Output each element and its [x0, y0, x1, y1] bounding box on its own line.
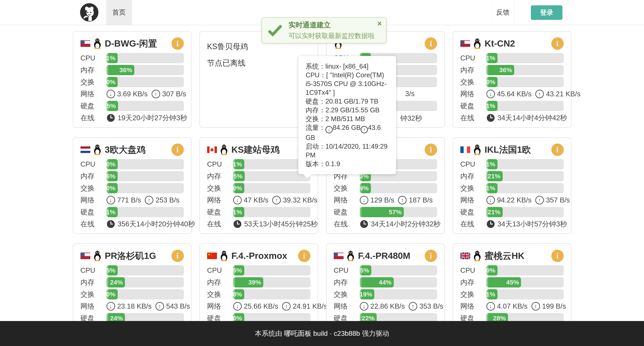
stat-row-online: 在线19天20小时27分钟3秒 — [80, 113, 184, 123]
stat-row-net: 网络↓22.86 KB/s↑353 B/s — [334, 301, 437, 312]
net-up-value: 24.91 KB/s — [293, 302, 327, 310]
tooltip-label: 内存： — [306, 106, 326, 114]
cpu-percent: 1% — [486, 160, 498, 168]
net-down-value: 45.64 KB/s — [497, 90, 532, 98]
toast-close-icon[interactable]: × — [377, 20, 382, 28]
mem-percent: 24% — [110, 279, 125, 286]
linux-tux-icon — [93, 38, 102, 49]
clock-icon — [360, 220, 368, 228]
country-flag-gb-icon — [460, 252, 470, 259]
stat-row-cpu: CPU1% — [207, 159, 310, 169]
site-logo-avatar[interactable] — [80, 3, 99, 22]
cpu-percent: 0% — [106, 160, 118, 168]
cpu-percent: 1% — [106, 54, 118, 62]
disk-progressbar: 57% — [360, 207, 437, 217]
stat-label: 硬盘 — [460, 208, 486, 217]
stat-row-net: 网络↓45.64 KB/s↑43.21 KB/s — [460, 89, 564, 99]
stat-label: 内存 — [460, 65, 486, 75]
cpu-progressbar: 0% — [106, 159, 184, 169]
stat-row-disk: 硬盘21% — [460, 207, 564, 217]
stat-row-net: 网络↓94.22 KB/s↑357 B/s — [460, 195, 564, 205]
info-icon[interactable]: i — [172, 250, 184, 262]
info-icon[interactable]: i — [172, 38, 184, 50]
card-title-row: IKL法国1欧i — [460, 143, 564, 156]
net-up-value: 43.21 KB/s — [546, 90, 580, 98]
card-title-row: Kt-CN2i — [460, 37, 564, 50]
disk-progressbar: 15% — [106, 101, 184, 111]
stat-label: 交换 — [80, 290, 106, 299]
stat-row-swap: 交换8% — [207, 289, 310, 300]
swap-percent: 19% — [360, 291, 374, 298]
toast-body: 实时通道建立 可以实时获取最新监控数据啦 — [288, 20, 374, 40]
stat-row-net: 网络↓47 KB/s↑39.32 KB/s — [207, 195, 310, 205]
info-icon[interactable]: i — [172, 144, 184, 156]
stat-label: 网络 — [80, 302, 106, 311]
offline-status-text: 节点已离线 — [207, 58, 310, 68]
stat-label: CPU — [80, 160, 106, 168]
info-icon[interactable]: i — [551, 250, 564, 262]
server-name: IKL法国1欧 — [485, 144, 531, 156]
stat-row-swap: 交换19% — [334, 289, 437, 300]
cpu-percent: 5% — [233, 267, 244, 274]
swap-progressbar: 1% — [486, 183, 564, 193]
swap-percent: 8% — [233, 291, 244, 298]
stat-row-swap: 交换NaN% — [334, 183, 437, 193]
nav-feedback-link[interactable]: 反馈 — [492, 0, 514, 25]
stat-row-net: 网络↓4.07 KB/s↑199 B/s — [460, 301, 564, 312]
swap-progressbar: 1% — [486, 289, 564, 300]
swap-progressbar: NaN% — [360, 183, 437, 193]
stat-row-online: 在线53天13小时45分钟25秒 — [207, 219, 310, 229]
stat-row-cpu: CPU0% — [80, 159, 184, 169]
stat-label: CPU — [207, 266, 233, 274]
cpu-percent: 1% — [486, 54, 498, 62]
mem-progressbar: 6% — [106, 171, 184, 181]
stat-row-swap: 交换0% — [460, 77, 564, 87]
info-icon[interactable]: i — [298, 250, 310, 262]
net-up-value: 253 B/s — [156, 196, 179, 204]
stat-row-mem: 内存36% — [80, 65, 184, 75]
login-button[interactable]: 登录 — [531, 5, 562, 20]
net-up-value: 543 B/s — [166, 302, 190, 310]
info-icon[interactable]: i — [551, 38, 564, 50]
linux-tux-icon — [346, 250, 355, 262]
stat-label: 网络 — [80, 196, 106, 205]
tooltip-value: 2.29 GB/15.55 GB — [326, 106, 380, 114]
country-flag-cn-icon — [207, 252, 217, 259]
stat-label: 内存 — [80, 278, 106, 287]
cpu-progressbar: 1% — [106, 53, 184, 63]
cpu-percent: 1% — [233, 160, 244, 168]
tooltip-traffic-down: 84.26 GB — [333, 124, 361, 131]
card-title-row: F.4.-Proxmoxi — [207, 249, 310, 263]
tooltip-row: 启动：10/14/2020, 11:49:29 PM — [306, 142, 389, 160]
linux-tux-icon — [473, 38, 482, 49]
info-icon[interactable]: i — [425, 250, 437, 262]
footer-text-suffix: 强力驱动 — [360, 329, 389, 338]
stat-row-online: 在线34天14小时4分钟42秒 — [460, 113, 564, 123]
mem-progressbar: 45% — [486, 277, 564, 288]
info-icon[interactable]: i — [551, 144, 564, 156]
download-arrow-icon: ↓ — [360, 196, 368, 204]
footer-panel-link[interactable]: 哪吒面板 build · c23b88b — [284, 329, 360, 338]
cpu-progressbar: 0% — [486, 265, 564, 276]
stat-label: 交换 — [207, 184, 233, 193]
info-icon[interactable]: i — [425, 38, 437, 50]
disk-percent: 10% — [233, 314, 244, 322]
tooltip-value: 0.1.9 — [326, 160, 340, 168]
mem-progressbar: 39% — [233, 277, 310, 288]
tooltip-label: 系统： — [306, 62, 326, 70]
tooltip-row: 内存：2.29 GB/15.55 GB — [306, 106, 389, 114]
stat-label: 交换 — [80, 77, 106, 87]
nav-tab-home[interactable]: 首页 — [106, 0, 132, 25]
net-down-value: 94.22 KB/s — [497, 196, 532, 204]
tooltip-label: 版本： — [306, 160, 326, 168]
net-up-value: 357 B/s — [546, 196, 570, 204]
info-icon[interactable]: i — [425, 144, 437, 156]
country-flag-us-icon — [460, 40, 470, 47]
stat-label: 内存 — [80, 172, 106, 181]
stat-row-disk: 硬盘15% — [80, 101, 184, 111]
server-card: IKL法国1欧iCPU1%内存21%交换1%网络↓94.22 KB/s↑357 … — [453, 137, 572, 234]
success-check-icon — [268, 24, 282, 36]
stat-label: CPU — [80, 266, 106, 274]
download-arrow-icon: ↓ — [326, 126, 333, 133]
stat-label: 内存 — [80, 65, 106, 75]
